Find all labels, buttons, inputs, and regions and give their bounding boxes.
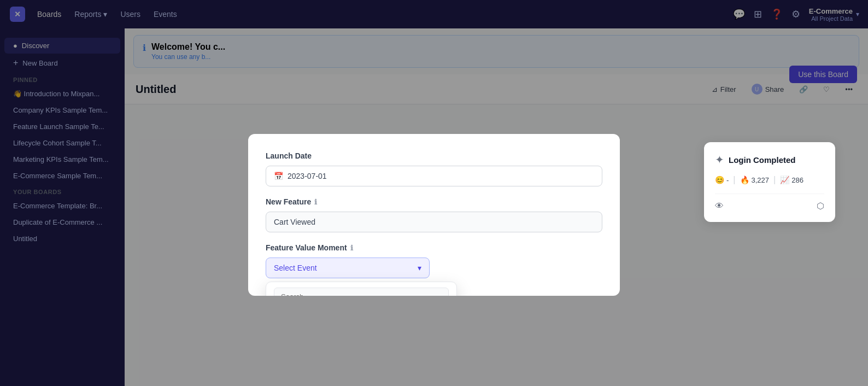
login-stat-trend: 📈 286 xyxy=(780,176,804,184)
launch-date-value: 2023-07-01 xyxy=(288,172,327,180)
sentiment-value: - xyxy=(726,176,729,184)
login-stat-fire: 🔥 3,227 xyxy=(740,176,770,184)
stat-separator-2: | xyxy=(773,175,776,185)
event-dropdown: Show all events ⇅ ✦ Product Added ✦ Prod… xyxy=(266,282,457,296)
event-search-input[interactable] xyxy=(274,288,449,296)
stat-separator-1: | xyxy=(733,175,735,185)
login-card-header: ✦ Login Completed xyxy=(715,153,824,166)
new-feature-info-icon: ℹ xyxy=(314,198,317,206)
login-card-icon: ✦ xyxy=(715,153,724,166)
login-card: ✦ Login Completed 😊 - | 🔥 3,227 | 📈 286 … xyxy=(704,142,835,222)
new-feature-value: Cart Viewed xyxy=(274,218,315,226)
modal-dialog: Launch Date 📅 2023-07-01 New Feature ℹ C… xyxy=(248,134,620,296)
launch-date-input[interactable]: 📅 2023-07-01 xyxy=(266,166,602,186)
login-card-footer: 👁 ⬡ xyxy=(715,194,824,211)
select-chevron-icon: ▾ xyxy=(418,264,421,272)
login-card-stats: 😊 - | 🔥 3,227 | 📈 286 xyxy=(715,175,824,185)
feature-value-moment-label: Feature Value Moment ℹ xyxy=(266,243,602,252)
new-feature-input[interactable]: Cart Viewed xyxy=(266,212,602,232)
trend-icon: 📈 xyxy=(780,176,789,184)
login-stat-sentiment: 😊 - xyxy=(715,176,729,184)
trend-value: 286 xyxy=(791,176,804,184)
event-selector-wrapper: Select Event ▾ Show all events ⇅ ✦ Produ… xyxy=(266,258,602,278)
preview-button[interactable]: 👁 xyxy=(715,201,724,211)
calendar-icon: 📅 xyxy=(274,172,283,180)
launch-date-label: Launch Date xyxy=(266,151,602,160)
external-link-button[interactable]: ⬡ xyxy=(817,201,824,211)
fire-icon: 🔥 xyxy=(740,176,749,184)
select-event-label: Select Event xyxy=(274,264,317,272)
modal-overlay[interactable]: Launch Date 📅 2023-07-01 New Feature ℹ C… xyxy=(0,0,868,386)
event-selector-trigger[interactable]: Select Event ▾ xyxy=(266,258,430,278)
fire-value: 3,227 xyxy=(752,176,770,184)
event-search-container xyxy=(266,282,456,296)
new-feature-label: New Feature ℹ xyxy=(266,197,602,206)
feature-value-info-icon: ℹ xyxy=(350,244,353,252)
login-card-title: Login Completed xyxy=(729,155,796,165)
sentiment-icon: 😊 xyxy=(715,176,724,184)
